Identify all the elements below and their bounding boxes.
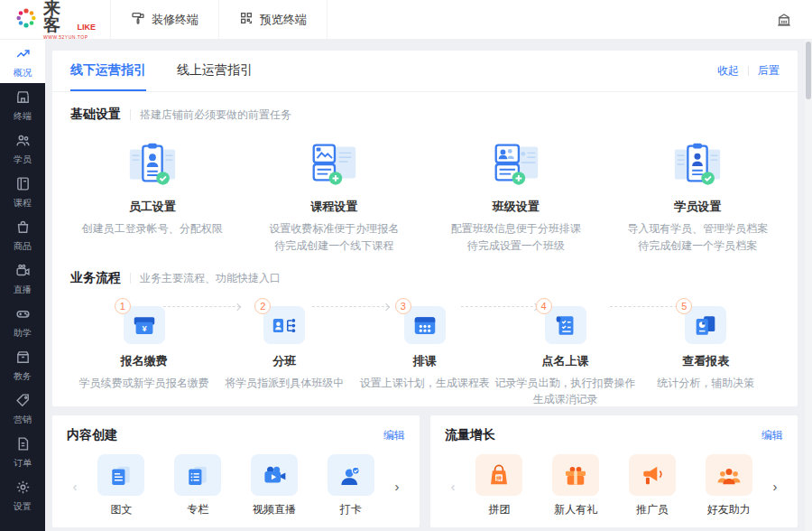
flow-step-desc: 将学员指派到具体班级中 — [225, 375, 344, 391]
sidebar-item-overview[interactable]: 概况 — [0, 40, 45, 83]
sidebar-item-marketing[interactable]: 营销 — [0, 387, 45, 430]
flow-step-desc: 学员续费或新学员报名缴费 — [79, 375, 209, 391]
app-logo[interactable]: 来客 LIKE WWW.52YUN.TOP — [0, 0, 110, 40]
basic-setup-cards: 员工设置 创建员工登录帐号、分配权限 — [52, 123, 798, 256]
move-back-link[interactable]: 后置 — [758, 63, 780, 79]
order-doc-icon — [15, 436, 31, 455]
main-content: 线下运营指引 线上运营指引 收起 后置 基础设置 搭建店铺前必须要做的前置任务 — [45, 40, 805, 531]
class-card-icon — [488, 135, 544, 191]
sidebar-item-courses[interactable]: 课程 — [0, 170, 45, 213]
panel-title: 内容创建 — [67, 427, 117, 443]
flow-step-enroll-pay[interactable]: 1 ¥ 报名缴费 学员续费或新学员报名缴费 — [74, 306, 215, 407]
content-item-label: 专栏 — [187, 502, 208, 517]
sidebar-item-orders[interactable]: 订单 — [0, 430, 45, 473]
course-card-icon — [306, 135, 362, 191]
tab-offline-guide[interactable]: 线下运营指引 — [70, 51, 146, 91]
setup-card-desc: 导入现有学员、管理学员档案 — [627, 220, 768, 238]
next-arrow-icon[interactable]: › — [767, 479, 783, 494]
scrollbar-thumb[interactable] — [806, 42, 811, 99]
academic-box-icon — [15, 349, 31, 368]
sidebar-item-settings[interactable]: 设置 — [0, 473, 45, 517]
traffic-item-label: 新人有礼 — [554, 502, 597, 517]
content-item-video-live[interactable]: 视频直播 — [251, 454, 298, 517]
content-item-column[interactable]: 专栏 — [174, 454, 221, 517]
schedule-calendar-icon — [404, 306, 446, 344]
flow-step-desc: 记录学员出勤，执行扣费操作 — [495, 375, 636, 391]
traffic-item-newcomer-gift[interactable]: 新人有礼 — [552, 454, 599, 517]
setup-card-course[interactable]: 课程设置 设置收费标准便于办理报名 待完成创建一个线下课程 — [244, 135, 426, 254]
sidebar-item-label: 商品 — [14, 242, 32, 251]
traffic-item-group-buy[interactable]: 拼 拼团 — [475, 454, 522, 517]
traffic-item-label: 好友助力 — [707, 502, 751, 517]
scrollbar[interactable] — [805, 40, 812, 531]
storefront-icon — [15, 89, 31, 108]
setup-card-class[interactable]: 班级设置 配置班级信息便于分班排课 待完成设置一个班级 — [425, 135, 607, 254]
sidebar-item-label: 教务 — [14, 372, 32, 381]
settings-gear-icon — [15, 480, 31, 498]
course-book-icon — [15, 176, 31, 195]
traffic-item-promoter[interactable]: 推广员 — [629, 454, 676, 517]
checkin-icon — [328, 454, 374, 496]
svg-text:¥: ¥ — [142, 324, 147, 333]
marketing-tag-icon — [15, 393, 31, 412]
traffic-item-label: 拼团 — [488, 502, 510, 517]
flow-step-title: 排课 — [413, 353, 437, 369]
collapse-link[interactable]: 收起 — [717, 63, 739, 79]
content-create-panel: 内容创建 编辑 ‹ 图文 — [52, 415, 420, 527]
preview-terminal-button[interactable]: 预览终端 — [218, 0, 328, 39]
setup-card-title: 员工设置 — [129, 199, 176, 215]
section-subtitle: 搭建店铺前必须要做的前置任务 — [140, 107, 291, 123]
tab-online-guide[interactable]: 线上运营指引 — [177, 51, 253, 91]
attendance-roll-icon — [545, 306, 586, 344]
students-icon — [15, 133, 31, 152]
traffic-growth-edit-link[interactable]: 编辑 — [761, 428, 783, 443]
flow-step-title: 点名上课 — [542, 353, 589, 369]
setup-card-student[interactable]: 学员设置 导入现有学员、管理学员档案 待完成创建一个学员档案 — [607, 135, 789, 254]
video-live-icon — [251, 454, 298, 496]
decorate-terminal-button[interactable]: 装修终端 — [110, 0, 218, 39]
brand-url: WWW.52YUN.TOP — [43, 35, 96, 40]
sidebar-item-academic[interactable]: 教务 — [0, 343, 45, 387]
content-create-edit-link[interactable]: 编辑 — [383, 428, 405, 443]
sidebar-item-live[interactable]: 直播 — [0, 256, 45, 300]
flow-step-schedule[interactable]: 3 排课 设置上课计划，生成课程表 — [355, 306, 495, 407]
operation-guide-card: 线下运营指引 线上运营指引 收起 后置 基础设置 搭建店铺前必须要做的前置任务 — [52, 51, 798, 406]
setup-card-staff[interactable]: 员工设置 创建员工登录帐号、分配权限 — [61, 135, 244, 254]
sidebar-item-study-aid[interactable]: 助学 — [0, 300, 45, 343]
step-number-badge: 4 — [536, 298, 552, 314]
prev-arrow-icon[interactable]: ‹ — [445, 479, 461, 494]
sidebar-item-label: 终端 — [14, 112, 32, 121]
tab-label: 线下运营指引 — [70, 62, 146, 79]
paint-roller-icon — [131, 11, 145, 28]
sidebar-item-goods[interactable]: 商品 — [0, 213, 45, 256]
setup-card-desc: 设置收费标准便于办理报名 — [269, 220, 399, 238]
brand-name: 来客 — [43, 0, 75, 33]
report-chart-icon — [685, 306, 726, 344]
sidebar-item-terminal[interactable]: 终端 — [0, 83, 45, 126]
home-building-button[interactable] — [776, 12, 792, 28]
flow-step-title: 报名缴费 — [121, 353, 168, 369]
tab-label: 线上运营指引 — [177, 62, 253, 79]
sidebar-item-label: 营销 — [14, 415, 32, 424]
content-item-checkin[interactable]: 打卡 — [328, 454, 374, 517]
flow-connector — [312, 306, 389, 307]
flow-step-reports[interactable]: 5 查看报表 统计分析，辅助决策 — [636, 306, 777, 407]
traffic-item-friends-boost[interactable]: 好友助力 — [706, 454, 752, 517]
decorate-terminal-label: 装修终端 — [152, 12, 198, 28]
left-sidebar: 概况 终端 学员 课程 商品 直播 助学 — [0, 40, 45, 531]
flow-step-desc2: 生成课消记录 — [495, 391, 636, 407]
top-header: 来客 LIKE WWW.52YUN.TOP 装修终端 — [0, 0, 812, 40]
flow-step-assign-class[interactable]: 2 分班 将学员指派到 — [215, 306, 355, 407]
article-icon — [97, 454, 144, 496]
flow-step-attendance[interactable]: 4 点名上课 记录学员出勤，执行扣费操作 生成课消记录 — [495, 306, 636, 407]
next-arrow-icon[interactable]: › — [389, 479, 405, 494]
column-icon — [174, 454, 221, 496]
content-item-article[interactable]: 图文 — [97, 454, 144, 517]
business-flow-steps: 1 ¥ 报名缴费 学员续费或新学员报名缴费 — [52, 286, 798, 407]
setup-card-desc2: 待完成创建一个线下课程 — [269, 238, 399, 255]
staff-clipboard-icon — [125, 135, 180, 191]
flow-step-title: 查看报表 — [682, 353, 729, 369]
sidebar-item-students[interactable]: 学员 — [0, 126, 45, 170]
prev-arrow-icon[interactable]: ‹ — [67, 479, 83, 494]
section-title: 业务流程 — [70, 270, 121, 286]
